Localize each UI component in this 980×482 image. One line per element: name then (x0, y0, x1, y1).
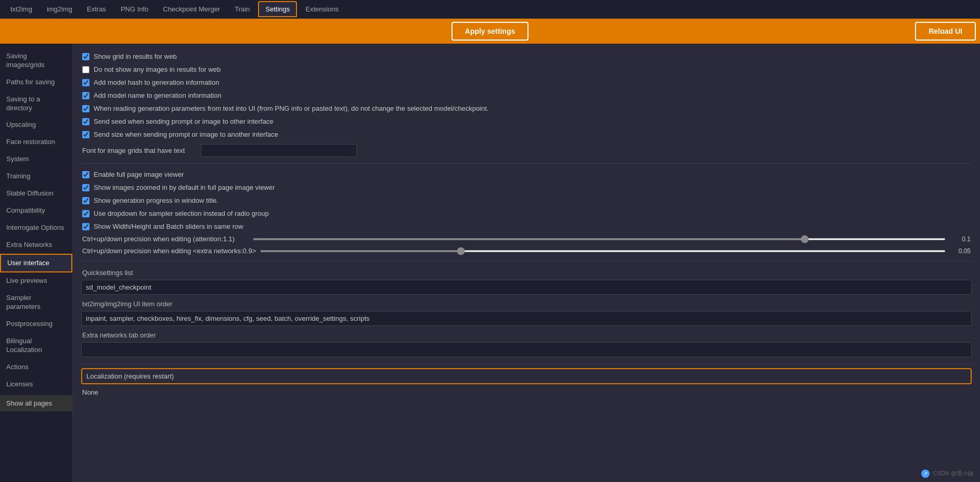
checkbox-show-width-height[interactable] (82, 223, 89, 230)
sidebar-item-training[interactable]: Training (0, 168, 72, 185)
checkbox-no-change-model[interactable] (82, 105, 89, 112)
checkbox-send-seed[interactable] (82, 118, 89, 125)
slider1-input[interactable] (253, 238, 946, 240)
slider1-container: 0.1 (253, 236, 971, 243)
setting-send-size: Send size when sending prompt or image t… (81, 128, 972, 141)
setting-full-page-viewer: Enable full page image viewer (81, 168, 972, 181)
slider2-container: 0.05 (260, 247, 971, 255)
main-layout: Saving images/grids Paths for saving Sav… (0, 44, 980, 482)
top-nav: txt2img img2img Extras PNG Info Checkpoi… (0, 0, 980, 19)
label-show-width-height: Show Width/Height and Batch sliders in s… (94, 223, 243, 230)
tab-extensions[interactable]: Extensions (299, 2, 345, 16)
slider1-row: Ctrl+up/down precision when editing (att… (81, 233, 972, 245)
sidebar-item-sampler-params[interactable]: Sampler parameters (0, 290, 72, 316)
setting-add-model-name: Add model name to generation information (81, 89, 972, 102)
show-all-pages-button[interactable]: Show all pages (0, 395, 72, 411)
tab-train[interactable]: Train (228, 2, 256, 16)
sidebar-item-interrogate-options[interactable]: Interrogate Options (0, 219, 72, 237)
setting-show-grid-web: Show grid in results for web (81, 50, 972, 63)
setting-show-width-height: Show Width/Height and Batch sliders in s… (81, 220, 972, 233)
checkbox-no-show-images[interactable] (82, 66, 89, 73)
quicksettings-label: Quicksettings list (81, 266, 972, 278)
quicksettings-input[interactable] (81, 280, 972, 295)
tab-png-info[interactable]: PNG Info (114, 2, 154, 16)
toolbar: Apply settings Reload UI (0, 19, 980, 44)
font-label: Font for image grids that have text (82, 147, 197, 154)
sidebar: Saving images/grids Paths for saving Sav… (0, 44, 73, 482)
checkbox-send-size[interactable] (82, 131, 89, 138)
localization-value: None (81, 386, 972, 398)
apply-settings-button[interactable]: Apply settings (452, 22, 528, 41)
label-add-model-name: Add model name to generation information (94, 92, 222, 99)
reload-ui-button[interactable]: Reload UI (915, 22, 976, 41)
slider2-input[interactable] (260, 250, 946, 252)
sidebar-item-licenses[interactable]: Licenses (0, 376, 72, 393)
sidebar-item-paths-saving[interactable]: Paths for saving (0, 74, 72, 91)
checkbox-show-zoomed[interactable] (82, 184, 89, 191)
label-show-progress: Show generation progress in window title… (94, 197, 218, 204)
label-dropdown-sampler: Use dropdown for sampler selection inste… (94, 210, 269, 217)
content-area: Show grid in results for web Do not show… (73, 44, 980, 482)
watermark: ↗ CSDN @普小妹 (921, 470, 974, 478)
sidebar-item-upscaling[interactable]: Upscaling (0, 116, 72, 134)
watermark-text: CSDN @普小妹 (933, 470, 974, 476)
localization-section: Localization (requires restart) (81, 368, 972, 384)
sidebar-item-saving-directory[interactable]: Saving to a directory (0, 91, 72, 117)
setting-send-seed: Send seed when sending prompt or image t… (81, 115, 972, 128)
tab-extras[interactable]: Extras (81, 2, 112, 16)
setting-no-show-images: Do not show any images in results for we… (81, 63, 972, 76)
sidebar-item-user-interface[interactable]: User interface (0, 254, 72, 273)
checkbox-full-page-viewer[interactable] (82, 171, 89, 178)
sidebar-item-saving-images[interactable]: Saving images/grids (0, 48, 72, 74)
font-input[interactable] (201, 144, 357, 157)
extra-networks-input[interactable] (81, 342, 972, 357)
watermark-icon: ↗ (921, 470, 930, 478)
sidebar-item-face-restoration[interactable]: Face restoration (0, 134, 72, 151)
ui-order-input[interactable] (81, 311, 972, 326)
divider-2 (81, 261, 972, 262)
checkbox-show-grid-web[interactable] (82, 53, 89, 60)
setting-no-change-model: When reading generation parameters from … (81, 102, 972, 115)
slider1-value: 0.1 (950, 236, 971, 243)
sidebar-item-stable-diffusion[interactable]: Stable Diffusion (0, 185, 72, 202)
label-no-show-images: Do not show any images in results for we… (94, 66, 221, 73)
sidebar-item-bilingual-loc[interactable]: Bilingual Localization (0, 333, 72, 359)
label-add-model-hash: Add model hash to generation information (94, 79, 219, 86)
label-show-zoomed: Show images zoomed in by default in full… (94, 184, 275, 191)
tab-checkpoint-merger[interactable]: Checkpoint Merger (157, 2, 226, 16)
label-send-size: Send size when sending prompt or image t… (94, 131, 278, 138)
tab-img2img[interactable]: img2img (41, 2, 79, 16)
sidebar-item-system[interactable]: System (0, 151, 72, 168)
label-show-grid-web: Show grid in results for web (94, 53, 177, 60)
slider2-label: Ctrl+up/down precision when editing <ext… (82, 247, 256, 255)
checkbox-add-model-hash[interactable] (82, 79, 89, 86)
label-full-page-viewer: Enable full page image viewer (94, 171, 184, 178)
font-setting-row: Font for image grids that have text (81, 142, 972, 159)
sidebar-item-live-previews[interactable]: Live previews (0, 272, 72, 290)
checkbox-add-model-name[interactable] (82, 92, 89, 99)
divider-3 (81, 363, 972, 364)
slider2-row: Ctrl+up/down precision when editing <ext… (81, 245, 972, 257)
localization-label: Localization (requires restart) (86, 372, 966, 380)
tab-settings[interactable]: Settings (258, 1, 297, 17)
sidebar-item-compatibility[interactable]: Compatibility (0, 202, 72, 219)
slider1-label: Ctrl+up/down precision when editing (att… (82, 235, 249, 243)
sidebar-item-postprocessing[interactable]: Postprocessing (0, 316, 72, 333)
extra-networks-label: Extra networks tab order (81, 328, 972, 340)
setting-show-progress: Show generation progress in window title… (81, 194, 972, 207)
ui-order-label: txt2img/img2img UI item order (81, 297, 972, 309)
label-no-change-model: When reading generation parameters from … (94, 105, 488, 112)
tab-txt2img[interactable]: txt2img (4, 2, 38, 16)
slider2-value: 0.05 (950, 247, 971, 255)
label-send-seed: Send seed when sending prompt or image t… (94, 118, 273, 125)
checkbox-dropdown-sampler[interactable] (82, 210, 89, 217)
sidebar-item-actions[interactable]: Actions (0, 359, 72, 376)
sidebar-item-extra-networks[interactable]: Extra Networks (0, 237, 72, 254)
setting-dropdown-sampler: Use dropdown for sampler selection inste… (81, 207, 972, 220)
divider-1 (81, 163, 972, 164)
checkbox-show-progress[interactable] (82, 197, 89, 204)
setting-add-model-hash: Add model hash to generation information (81, 76, 972, 89)
setting-show-zoomed: Show images zoomed in by default in full… (81, 181, 972, 194)
